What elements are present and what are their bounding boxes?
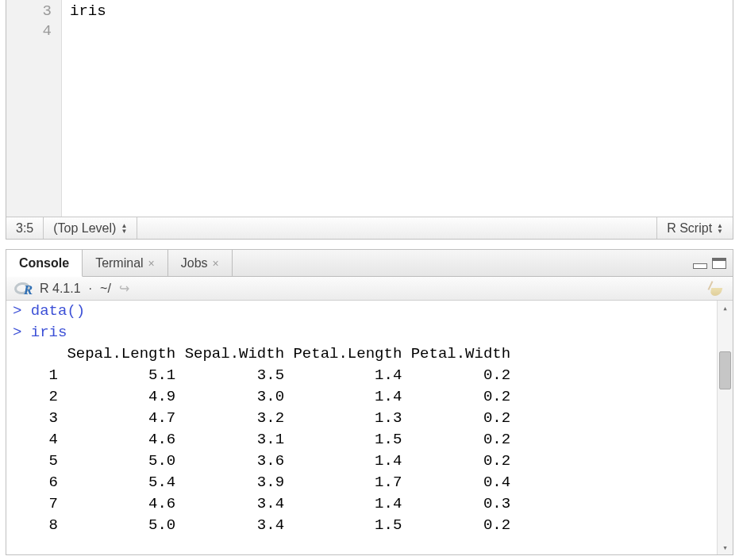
code-line: iris <box>70 2 106 20</box>
console-pane: Console Terminal × Jobs × R R 4.1.1 · ~/… <box>6 249 733 555</box>
working-directory[interactable]: ~/ <box>100 282 111 296</box>
line-number: 3 <box>6 2 52 21</box>
minimize-pane-icon[interactable] <box>693 258 707 269</box>
console-subbar: R R 4.1.1 · ~/ ↪ <box>6 277 733 301</box>
tab-label: Console <box>19 256 69 270</box>
maximize-pane-icon[interactable] <box>712 258 726 269</box>
clear-console-broom-icon[interactable] <box>707 281 725 297</box>
editor-body: 3 4 iris <box>6 0 733 217</box>
vertical-scrollbar[interactable]: ▴ ▾ <box>717 301 733 554</box>
tab-label: Jobs <box>181 256 208 270</box>
open-folder-arrow-icon[interactable]: ↪ <box>119 281 129 296</box>
tab-terminal[interactable]: Terminal × <box>83 250 168 276</box>
scope-label: (Top Level) <box>53 221 116 236</box>
tab-console[interactable]: Console <box>6 250 83 277</box>
editor-textarea[interactable]: iris <box>62 0 733 217</box>
console-body-wrap: > data() > iris Sepal.Length Sepal.Width… <box>6 301 733 554</box>
r-logo-icon: R <box>14 281 32 297</box>
tab-jobs[interactable]: Jobs × <box>168 250 233 276</box>
updown-icon: ▲▼ <box>121 223 127 234</box>
separator-dot: · <box>89 282 92 296</box>
tab-label: Terminal <box>95 256 143 270</box>
filetype-selector[interactable]: R Script ▲▼ <box>656 217 733 239</box>
source-editor-pane: 3 4 iris 3:5 (Top Level) ▲▼ R Script ▲▼ <box>6 0 733 240</box>
cursor-position: 3:5 <box>6 217 44 239</box>
close-icon[interactable]: × <box>148 257 155 270</box>
filetype-label: R Script <box>667 221 712 236</box>
pane-window-controls <box>693 250 733 276</box>
scroll-down-icon[interactable]: ▾ <box>718 540 733 554</box>
editor-status-bar: 3:5 (Top Level) ▲▼ R Script ▲▼ <box>6 217 733 239</box>
editor-gutter: 3 4 <box>6 0 62 217</box>
close-icon[interactable]: × <box>213 257 219 270</box>
tab-strip: Console Terminal × Jobs × <box>6 250 733 277</box>
scope-selector[interactable]: (Top Level) ▲▼ <box>44 217 137 239</box>
updown-icon: ▲▼ <box>717 223 723 234</box>
scroll-up-icon[interactable]: ▴ <box>718 301 733 315</box>
scrollbar-track[interactable] <box>718 315 733 540</box>
cursor-position-text: 3:5 <box>16 221 33 236</box>
r-version: R 4.1.1 <box>40 282 81 296</box>
console-output[interactable]: > data() > iris Sepal.Length Sepal.Width… <box>6 301 717 554</box>
scrollbar-thumb[interactable] <box>719 351 731 389</box>
line-number: 4 <box>6 21 52 41</box>
